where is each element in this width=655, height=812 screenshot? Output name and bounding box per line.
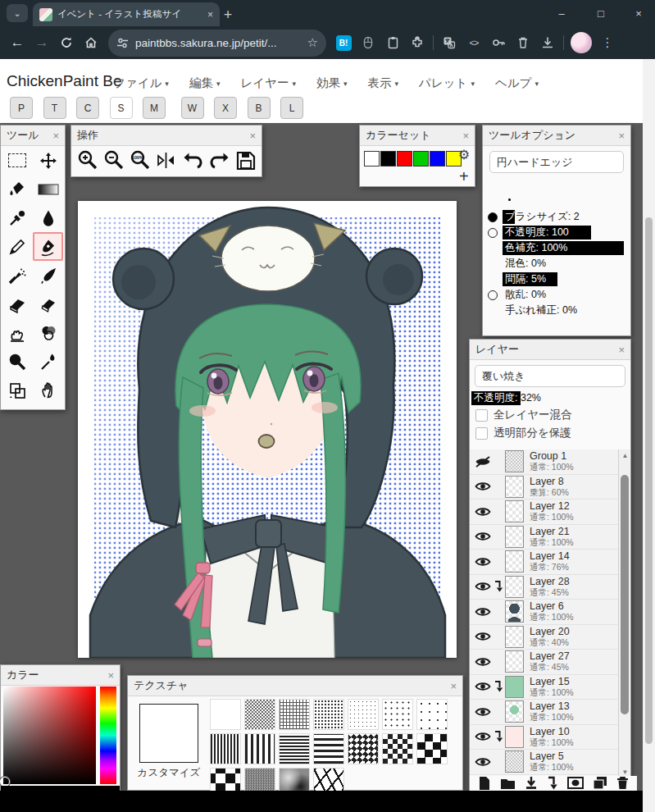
tool-options-titlebar[interactable]: ツールオプション×: [483, 125, 630, 146]
mouse-extension-button[interactable]: [356, 30, 380, 55]
texture-swatch-vstripes[interactable]: [244, 733, 275, 764]
lock-alpha-checkbox[interactable]: 透明部分を保護: [470, 424, 630, 442]
menu-palettes[interactable]: パレット▾: [419, 75, 475, 91]
color-charge-slider[interactable]: 色補充: 100% 色補充: 100%: [503, 241, 624, 255]
toggle-l-button[interactable]: L: [280, 97, 303, 119]
zoom-out-button[interactable]: [102, 149, 125, 175]
visibility-eye-icon[interactable]: [473, 706, 493, 718]
menu-layer[interactable]: レイヤー▾: [240, 75, 296, 91]
back-button[interactable]: ←: [5, 30, 30, 55]
visibility-eye-icon[interactable]: [473, 681, 493, 692]
save-button[interactable]: [234, 149, 257, 175]
visibility-eye-icon[interactable]: [473, 656, 493, 668]
add-swatch-button[interactable]: +: [459, 167, 469, 186]
tool-burn[interactable]: [33, 347, 63, 376]
visibility-eye-icon[interactable]: [473, 631, 493, 642]
new-tab-button[interactable]: +: [218, 5, 238, 25]
colorset-settings-button[interactable]: ⚙: [458, 147, 470, 162]
layer-row-group1[interactable]: Group 1通常: 100%: [470, 449, 630, 475]
close-icon[interactable]: ×: [450, 680, 457, 692]
visibility-eye-icon[interactable]: [473, 756, 493, 768]
close-icon[interactable]: ×: [52, 130, 59, 142]
page-scrollbar-thumb[interactable]: [645, 217, 653, 744]
toggle-c-button[interactable]: C: [76, 97, 99, 119]
tool-brush[interactable]: [33, 261, 63, 290]
layer-row[interactable]: Layer 5通常: 100%: [470, 750, 630, 775]
scroll-up-icon[interactable]: ▲: [619, 449, 631, 461]
opacity-slider[interactable]: 不透明度: 100 不透明度: 100: [503, 226, 624, 239]
menu-view[interactable]: 表示▾: [368, 75, 399, 91]
layer-row[interactable]: Layer 12通常: 100%: [470, 500, 630, 525]
texture-swatch-checker[interactable]: [382, 733, 413, 764]
tool-smudge[interactable]: [2, 318, 32, 347]
swatch-blue[interactable]: [430, 151, 445, 167]
brush-size-toggle[interactable]: [488, 212, 498, 222]
tool-rect-select[interactable]: [2, 146, 32, 175]
window-maximize-button[interactable]: □: [583, 0, 619, 26]
layer-row[interactable]: Layer 13通常: 100%: [470, 700, 630, 725]
drawing-canvas[interactable]: [78, 201, 457, 658]
texture-swatch-dense-dots[interactable]: [313, 699, 344, 730]
blend-slider[interactable]: 混色: 0% 混色: 0%: [503, 257, 624, 271]
layer-row-clipped[interactable]: Layer 15通常: 100%: [470, 675, 630, 700]
hatena-bookmark-extension-button[interactable]: B!: [331, 30, 356, 55]
home-button[interactable]: [79, 30, 103, 55]
layer-row[interactable]: Layer 27通常: 45%: [470, 650, 630, 675]
browser-tab[interactable]: イベント - イラスト投稿サイト Petit N ×: [33, 2, 220, 26]
address-bar[interactable]: paintbbs.sakura.ne.jp/petit/... ☆: [108, 30, 326, 57]
downloads-button[interactable]: [535, 30, 560, 55]
close-icon[interactable]: ×: [107, 669, 114, 682]
visibility-hidden-icon[interactable]: [473, 456, 493, 468]
clipboard-extension-button[interactable]: [380, 30, 405, 55]
opacity-toggle[interactable]: [488, 228, 498, 238]
tool-water[interactable]: [33, 203, 63, 232]
layer-row[interactable]: Layer 14通常: 76%: [470, 550, 630, 575]
scatter-slider[interactable]: 散乱: 0% 散乱: 0%: [503, 288, 624, 302]
layer-row[interactable]: Layer 8乗算: 60%: [470, 475, 630, 500]
password-manager-button[interactable]: [486, 30, 511, 55]
tab-close-icon[interactable]: ×: [207, 9, 213, 21]
extensions-button[interactable]: [405, 30, 430, 55]
close-icon[interactable]: ×: [462, 130, 469, 142]
clear-data-button[interactable]: [511, 30, 535, 55]
menu-effects[interactable]: 効果▾: [316, 75, 348, 91]
url-text[interactable]: paintbbs.sakura.ne.jp/petit/...: [135, 37, 301, 49]
stabilizer-slider[interactable]: 手ぶれ補正: 0% 手ぶれ補正: 0%: [503, 303, 624, 317]
translate-button[interactable]: [437, 30, 462, 55]
saturation-value-picker[interactable]: [3, 687, 96, 784]
texture-swatch-fine-vstripes[interactable]: [210, 733, 241, 764]
scrollbar-thumb[interactable]: [621, 475, 629, 714]
zoom-100-button[interactable]: 100%: [129, 149, 151, 175]
devtools-button[interactable]: <>: [462, 30, 486, 55]
menu-help[interactable]: ヘルプ▾: [495, 75, 539, 91]
tool-pan[interactable]: [33, 376, 63, 404]
undo-button[interactable]: [182, 149, 204, 175]
tool-pen-selected[interactable]: [33, 232, 63, 261]
redo-button[interactable]: [208, 149, 230, 175]
layers-palette-titlebar[interactable]: レイヤー×: [470, 340, 630, 360]
toggle-s-button[interactable]: S: [110, 97, 133, 119]
tool-move[interactable]: [33, 146, 63, 175]
brush-type-dropdown[interactable]: 円ハードエッジ: [489, 151, 624, 173]
toggle-b-button[interactable]: B: [248, 97, 271, 119]
visibility-eye-icon[interactable]: [473, 731, 493, 742]
tool-soft-eraser[interactable]: [33, 290, 63, 318]
close-icon[interactable]: ×: [249, 130, 256, 142]
tool-fill[interactable]: [2, 175, 32, 203]
swatch-red[interactable]: [397, 151, 412, 167]
color-palette-titlebar[interactable]: カラー×: [1, 665, 120, 686]
sample-all-layers-checkbox[interactable]: 全レイヤー混合: [470, 406, 630, 424]
visibility-eye-icon[interactable]: [473, 531, 493, 542]
layer-row-clipped[interactable]: Layer 28通常: 45%: [470, 575, 630, 600]
tool-airbrush[interactable]: [2, 261, 32, 290]
texture-swatch-fine-hstripes[interactable]: [279, 733, 310, 764]
window-minimize-button[interactable]: –: [544, 0, 580, 26]
hue-slider[interactable]: [100, 687, 116, 784]
texture-palette-titlebar[interactable]: テクスチャ×: [128, 676, 462, 696]
layer-row[interactable]: Layer 20通常: 40%: [470, 625, 630, 650]
scatter-toggle[interactable]: [488, 290, 498, 300]
reload-button[interactable]: [54, 30, 79, 55]
tool-eraser[interactable]: [2, 290, 32, 318]
texture-swatch-hstripes[interactable]: [313, 733, 344, 764]
visibility-eye-icon[interactable]: [473, 556, 493, 568]
